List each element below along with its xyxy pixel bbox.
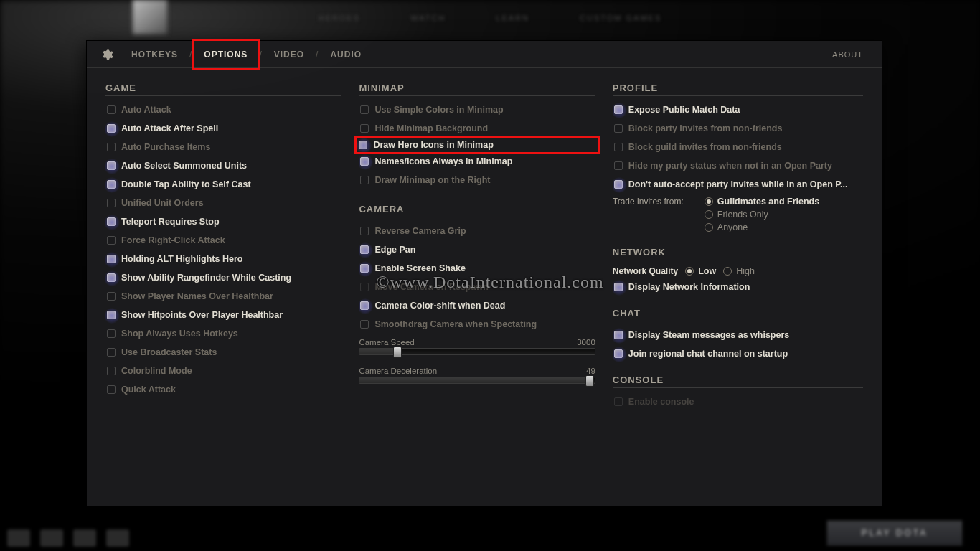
checkbox-join-regional-chat[interactable] bbox=[614, 349, 623, 358]
label-network-quality: Network Quality bbox=[613, 266, 678, 276]
checkbox-teleport-requires-stop[interactable] bbox=[107, 217, 116, 226]
label-camera-speed: Camera Speed bbox=[359, 338, 414, 347]
label-expose-public-match-data: Expose Public Match Data bbox=[628, 105, 740, 115]
settings-tabs: HOTKEYS / OPTIONS / VIDEO / AUDIO ABOUT bbox=[87, 41, 882, 68]
checkbox-use-broadcaster-stats[interactable] bbox=[107, 348, 116, 357]
label-trade-guildmates: Guildmates and Friends bbox=[717, 197, 819, 207]
slider-camera-deceleration[interactable]: Camera Deceleration 49 bbox=[359, 365, 595, 384]
column-minimap-camera: MINIMAP Use Simple Colors in Minimap Hid… bbox=[359, 75, 595, 411]
checkbox-colorblind-mode[interactable] bbox=[107, 367, 116, 375]
label-show-hitpoints: Show Hitpoints Over Player Healthbar bbox=[121, 310, 283, 320]
label-quick-attack: Quick Attack bbox=[121, 385, 176, 395]
play-button[interactable]: PLAY DOTA bbox=[826, 520, 963, 546]
label-camera-color-shift-dead: Camera Color-shift when Dead bbox=[374, 301, 505, 311]
checkbox-edge-pan[interactable] bbox=[360, 245, 369, 254]
checkbox-dont-autoaccept-open[interactable] bbox=[614, 180, 623, 189]
tab-hotkeys[interactable]: HOTKEYS bbox=[121, 41, 188, 68]
value-camera-speed: 3000 bbox=[577, 338, 595, 347]
label-auto-attack: Auto Attack bbox=[121, 105, 171, 115]
label-shop-hotkeys: Shop Always Uses Hotkeys bbox=[121, 329, 238, 339]
label-names-icons-always: Names/Icons Always in Minimap bbox=[374, 156, 512, 166]
label-unified-unit-orders: Unified Unit Orders bbox=[121, 198, 204, 208]
label-camera-deceleration: Camera Deceleration bbox=[359, 367, 437, 375]
label-display-steam-whispers: Display Steam messages as whispers bbox=[628, 330, 789, 340]
checkbox-move-camera-respawn[interactable] bbox=[360, 283, 369, 291]
section-title-chat: CHAT bbox=[613, 301, 863, 321]
label-hide-party-status: Hide my party status when not in an Open… bbox=[628, 161, 832, 171]
checkbox-smoothdrag-spectating[interactable] bbox=[360, 320, 369, 329]
label-enable-screen-shake: Enable Screen Shake bbox=[374, 263, 465, 273]
checkbox-block-party-nonfriends[interactable] bbox=[614, 124, 623, 133]
label-network-high: High bbox=[736, 266, 755, 276]
section-title-network: NETWORK bbox=[613, 240, 863, 260]
label-auto-attack-after-spell: Auto Attack After Spell bbox=[121, 123, 218, 133]
radio-trade-guildmates[interactable] bbox=[705, 197, 713, 206]
checkbox-enable-console[interactable] bbox=[614, 397, 623, 406]
checkbox-double-tap-self-cast[interactable] bbox=[107, 180, 116, 189]
bottom-bar: PLAY DOTA bbox=[0, 515, 980, 551]
label-show-player-names: Show Player Names Over Healthbar bbox=[121, 291, 273, 301]
checkbox-expose-public-match-data[interactable] bbox=[614, 105, 623, 114]
radio-trade-anyone[interactable] bbox=[705, 223, 713, 232]
gear-icon[interactable] bbox=[98, 41, 116, 68]
label-show-ability-rangefinder: Show Ability Rangefinder While Casting bbox=[121, 273, 291, 283]
slider-camera-speed[interactable]: Camera Speed 3000 bbox=[359, 336, 595, 355]
checkbox-draw-minimap-right[interactable] bbox=[360, 176, 369, 184]
checkbox-enable-screen-shake[interactable] bbox=[360, 264, 369, 273]
checkbox-display-network-info[interactable] bbox=[614, 283, 623, 291]
label-block-guild-nonfriends: Block guild invites from non-friends bbox=[628, 142, 782, 152]
checkbox-auto-attack[interactable] bbox=[107, 105, 116, 114]
radio-trade-friends-only[interactable] bbox=[705, 210, 713, 219]
checkbox-simple-colors-minimap[interactable] bbox=[360, 105, 369, 114]
label-force-right-click-attack: Force Right-Click Attack bbox=[121, 235, 225, 245]
label-teleport-requires-stop: Teleport Requires Stop bbox=[121, 217, 220, 227]
value-camera-deceleration: 49 bbox=[586, 367, 595, 375]
section-title-console: CONSOLE bbox=[613, 367, 863, 388]
checkbox-reverse-camera-grip[interactable] bbox=[360, 227, 369, 235]
radio-network-low[interactable] bbox=[685, 267, 694, 276]
checkbox-shop-hotkeys[interactable] bbox=[107, 329, 116, 338]
label-auto-purchase-items: Auto Purchase Items bbox=[121, 142, 210, 152]
label-draw-minimap-right: Draw Minimap on the Right bbox=[374, 175, 490, 185]
checkbox-holding-alt-highlights-hero[interactable] bbox=[107, 255, 116, 263]
checkbox-display-steam-whispers[interactable] bbox=[614, 331, 623, 339]
checkbox-unified-unit-orders[interactable] bbox=[107, 199, 116, 207]
label-double-tap-self-cast: Double Tap Ability to Self Cast bbox=[121, 179, 251, 189]
radio-network-high[interactable] bbox=[723, 267, 732, 276]
checkbox-auto-select-summoned[interactable] bbox=[107, 161, 116, 170]
section-title-game: GAME bbox=[105, 75, 341, 96]
label-holding-alt-highlights-hero: Holding ALT Highlights Hero bbox=[121, 254, 242, 264]
label-trade-anyone: Anyone bbox=[717, 222, 748, 232]
checkbox-hide-party-status[interactable] bbox=[614, 161, 623, 170]
label-reverse-camera-grip: Reverse Camera Grip bbox=[374, 226, 466, 236]
settings-panel: HOTKEYS / OPTIONS / VIDEO / AUDIO ABOUT … bbox=[86, 40, 882, 507]
checkbox-auto-attack-after-spell[interactable] bbox=[107, 124, 116, 133]
label-colorblind-mode: Colorblind Mode bbox=[121, 366, 192, 376]
label-draw-hero-icons: Draw Hero Icons in Minimap bbox=[373, 140, 493, 150]
label-join-regional-chat: Join regional chat channel on startup bbox=[628, 349, 788, 359]
label-trade-invites-from: Trade invites from: bbox=[613, 197, 697, 207]
label-use-broadcaster-stats: Use Broadcaster Stats bbox=[121, 347, 217, 357]
checkbox-show-ability-rangefinder[interactable] bbox=[107, 273, 116, 282]
checkbox-auto-purchase-items[interactable] bbox=[107, 143, 116, 151]
checkbox-show-player-names[interactable] bbox=[107, 292, 116, 301]
section-title-profile: PROFILE bbox=[613, 75, 863, 96]
checkbox-show-hitpoints[interactable] bbox=[107, 311, 116, 319]
tab-options[interactable]: OPTIONS bbox=[192, 39, 260, 70]
checkbox-draw-hero-icons[interactable] bbox=[359, 141, 367, 149]
tab-audio[interactable]: AUDIO bbox=[320, 41, 372, 68]
label-dont-autoaccept-open: Don't auto-accept party invites while in… bbox=[628, 179, 848, 189]
tab-video[interactable]: VIDEO bbox=[264, 41, 314, 68]
checkbox-camera-color-shift-dead[interactable] bbox=[360, 301, 369, 310]
tab-about[interactable]: ABOUT bbox=[832, 50, 870, 59]
checkbox-force-right-click-attack[interactable] bbox=[107, 236, 116, 245]
label-edge-pan: Edge Pan bbox=[374, 245, 415, 255]
checkbox-names-icons-always[interactable] bbox=[360, 157, 369, 166]
main-nav-blurred: HEROES WATCH LEARN CUSTOM GAMES bbox=[36, 6, 944, 30]
checkbox-hide-minimap-background[interactable] bbox=[360, 124, 369, 133]
checkbox-block-guild-nonfriends[interactable] bbox=[614, 143, 623, 151]
column-profile: PROFILE Expose Public Match Data Block p… bbox=[613, 75, 863, 411]
checkbox-quick-attack[interactable] bbox=[107, 385, 116, 394]
label-auto-select-summoned: Auto Select Summoned Units bbox=[121, 161, 247, 171]
label-display-network-info: Display Network Information bbox=[628, 282, 750, 292]
